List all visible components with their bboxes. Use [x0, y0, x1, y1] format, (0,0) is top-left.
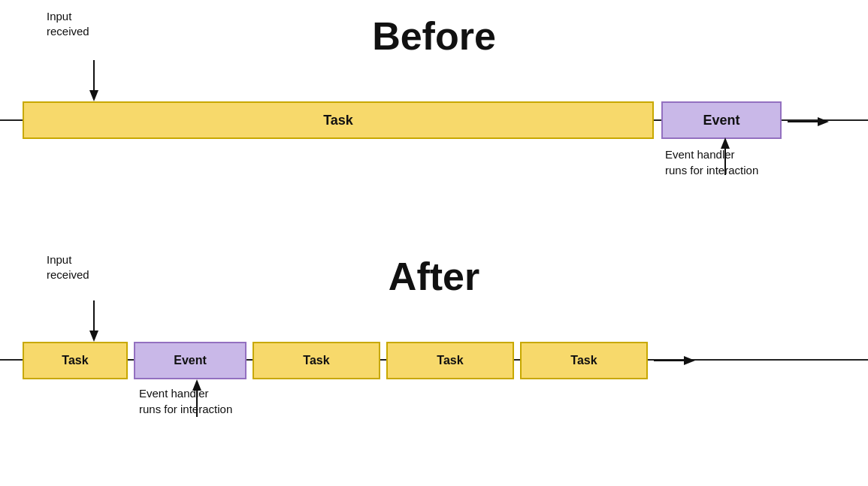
arrow-input-before: [86, 60, 101, 104]
label-event-handler-after: Event handler runs for interaction: [139, 385, 232, 417]
label-event-handler-before: Event handler runs for interaction: [665, 146, 758, 178]
task-box-after-3: Task: [386, 342, 514, 379]
svg-marker-9: [684, 356, 695, 365]
event-box-before: Event: [661, 101, 782, 139]
svg-marker-1: [89, 90, 98, 101]
svg-marker-7: [89, 331, 98, 342]
arrow-right-after: [654, 353, 695, 371]
label-input-received-after: Input received: [47, 252, 89, 282]
task-box-before: Task: [23, 101, 654, 139]
arrow-right-before: [788, 114, 829, 132]
task-box-after-2: Task: [253, 342, 380, 379]
diagram-container: Before Input received Task Event Event: [0, 0, 868, 486]
after-title: After: [389, 254, 479, 299]
task-box-after-4: Task: [520, 342, 648, 379]
arrow-input-after: [86, 300, 101, 345]
svg-marker-3: [818, 117, 829, 126]
event-box-after: Event: [134, 342, 246, 379]
task-box-after-1: Task: [23, 342, 128, 379]
before-title: Before: [372, 14, 496, 59]
label-input-received-before: Input received: [47, 9, 89, 38]
